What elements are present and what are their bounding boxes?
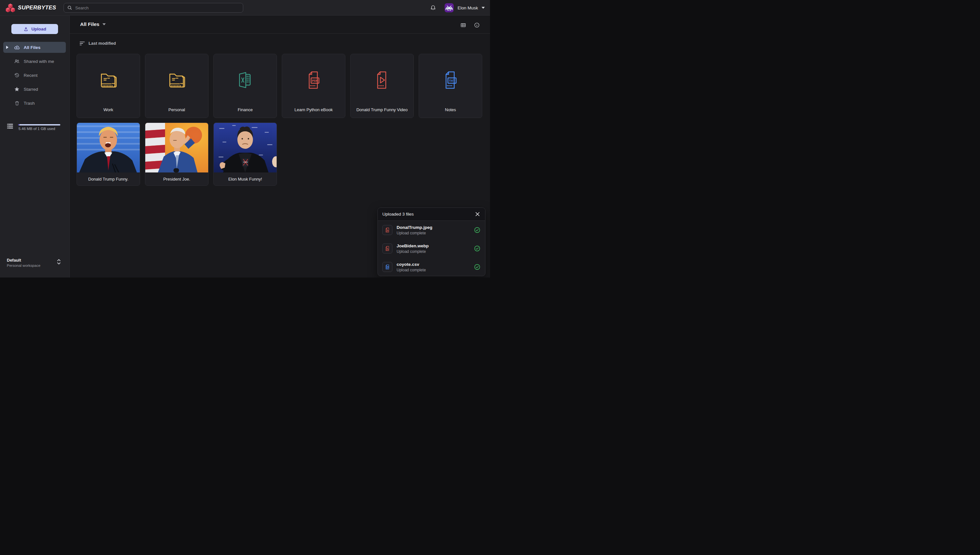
csv-file-icon: TXT (382, 262, 392, 272)
video-file-icon (372, 70, 392, 91)
upload-button-label: Upload (31, 27, 47, 31)
app-logo[interactable]: SUPERBYTES (5, 0, 56, 16)
grid-view-button[interactable] (459, 21, 467, 29)
card-label: Personal (145, 107, 208, 118)
thumbnail-elon-musk (214, 123, 276, 172)
sidebar-nav: All Files Shared with me Recent (3, 42, 66, 112)
sort-control[interactable]: Last modified (79, 41, 116, 46)
expand-caret-icon[interactable] (6, 46, 8, 49)
sidebar: Upload All Files (0, 16, 70, 278)
workspace-name: Default (7, 258, 21, 263)
top-bar: SUPERBYTES (0, 0, 490, 16)
grid-view-icon (460, 22, 466, 28)
toast-item-coyote-csv: TXT coyote.csv Upload complete (378, 258, 485, 276)
folder-card-work[interactable]: Work (77, 54, 140, 118)
sidebar-item-label: Starred (24, 87, 38, 92)
toast-title: Uploaded 3 files (382, 212, 414, 217)
toast-filename: JoeBiden.webp (397, 244, 429, 248)
sidebar-item-label: Trash (24, 101, 35, 106)
folder-icon (98, 70, 118, 91)
workspace-switcher[interactable]: Default Personal workspace (0, 258, 69, 273)
upload-toast: Uploaded 3 files DonalTrump.jpeg Upload … (378, 207, 485, 276)
video-card-donald-trump-funny-video[interactable]: Donald Trump Funny Video (350, 54, 414, 118)
spreadsheet-card-finance[interactable]: Finance (214, 54, 277, 118)
card-label: Work (77, 107, 140, 118)
toast-filename: coyote.csv (397, 262, 426, 267)
app-window: SUPERBYTES (0, 0, 490, 278)
image-file-icon (382, 244, 392, 253)
toast-status: Upload complete (397, 231, 432, 235)
svg-text:TXT: TXT (449, 79, 455, 82)
avatar[interactable] (445, 3, 454, 12)
sort-label: Last modified (88, 41, 116, 46)
sidebar-item-trash[interactable]: Trash (3, 98, 66, 109)
search-icon (67, 5, 72, 10)
bell-icon (430, 5, 436, 11)
card-label: Donald Trump Funny. (77, 172, 140, 185)
image-card-elon-musk[interactable]: Elon Musk Funny! (214, 122, 277, 186)
workspace-chevrons-icon (57, 259, 61, 265)
pdf-file-icon: PDF (304, 70, 324, 91)
page-title: All Files (80, 21, 99, 27)
sidebar-item-label: Shared with me (24, 59, 54, 64)
thumbnail-donald-trump (77, 123, 140, 172)
search-input[interactable] (75, 5, 239, 10)
header-actions (459, 21, 480, 29)
card-label: Finance (214, 107, 276, 118)
toast-status: Upload complete (397, 268, 426, 272)
sidebar-item-shared-with-me[interactable]: Shared with me (3, 56, 66, 67)
star-icon (14, 86, 20, 92)
user-menu-caret-icon[interactable] (482, 7, 485, 9)
app-name: SUPERBYTES (18, 5, 56, 11)
upload-icon (23, 27, 29, 32)
svg-text:PDF: PDF (312, 79, 318, 82)
check-circle-icon (474, 263, 480, 270)
notifications-button[interactable] (429, 3, 437, 12)
text-card-notes[interactable]: TXT Notes (419, 54, 482, 118)
user-menu-name[interactable]: Elon Musk (458, 5, 478, 10)
title-caret-icon (103, 23, 106, 25)
check-circle-icon (474, 226, 480, 233)
info-button[interactable] (473, 21, 480, 29)
image-file-icon (382, 225, 392, 235)
card-label: Elon Musk Funny! (214, 172, 276, 185)
card-label: Donald Trump Funny Video (350, 107, 413, 118)
storage-progress-fill (18, 124, 19, 125)
file-grid-row-1: Work Personal (77, 54, 482, 118)
toast-filename: DonalTrump.jpeg (397, 225, 432, 230)
card-label: President Joe. (145, 172, 208, 185)
image-card-president-joe[interactable]: President Joe. (145, 122, 209, 186)
svg-text:TXT: TXT (387, 266, 389, 268)
thumbnail-president-joe (145, 123, 208, 172)
view-title-dropdown[interactable]: All Files (80, 21, 106, 27)
check-circle-icon (474, 245, 480, 252)
card-label: Learn Python eBook (282, 107, 345, 118)
toast-header: Uploaded 3 files (378, 208, 485, 221)
file-grid-row-2: Donald Trump Funny. (77, 122, 277, 186)
trash-icon (14, 101, 20, 106)
cloud-upload-icon (14, 45, 20, 51)
folder-icon (167, 70, 187, 91)
topbar-right-group: Elon Musk (429, 0, 485, 16)
card-label: Notes (419, 107, 482, 118)
close-icon[interactable] (474, 211, 480, 218)
image-card-donald-trump[interactable]: Donald Trump Funny. (77, 122, 140, 186)
spreadsheet-file-icon (235, 70, 255, 91)
sidebar-item-all-files[interactable]: All Files (3, 42, 66, 53)
toast-item-donaltrump-jpeg: DonalTrump.jpeg Upload complete (378, 221, 485, 239)
sort-icon (79, 41, 85, 46)
server-stack-icon (7, 124, 13, 130)
sidebar-item-label: All Files (24, 45, 40, 50)
sidebar-item-starred[interactable]: Starred (3, 83, 66, 95)
pdf-card-learn-python-ebook[interactable]: PDF Learn Python eBook (282, 54, 345, 118)
search-bar (64, 3, 243, 13)
workspace-type: Personal workspace (7, 263, 40, 268)
folder-card-personal[interactable]: Personal (145, 54, 209, 118)
sidebar-item-recent[interactable]: Recent (3, 70, 66, 81)
info-icon (474, 22, 480, 28)
storage-progress-bar (18, 124, 60, 125)
txt-file-icon: TXT (440, 70, 461, 91)
toast-item-joebiden-webp: JoeBiden.webp Upload complete (378, 239, 485, 258)
upload-button[interactable]: Upload (11, 24, 58, 34)
people-icon (14, 58, 20, 64)
